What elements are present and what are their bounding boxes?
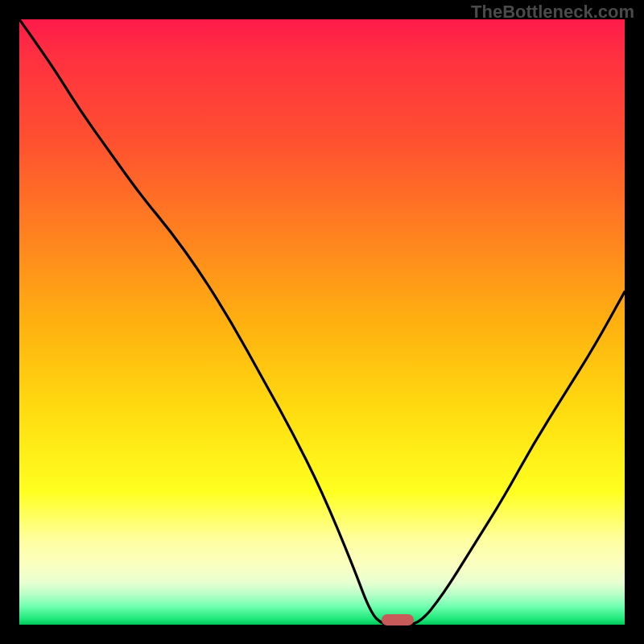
optimum-marker [382,614,414,625]
bottleneck-curve [19,19,625,625]
plot-frame [19,19,625,625]
curve-path [19,19,625,625]
attribution-text: TheBottleneck.com [471,2,634,23]
